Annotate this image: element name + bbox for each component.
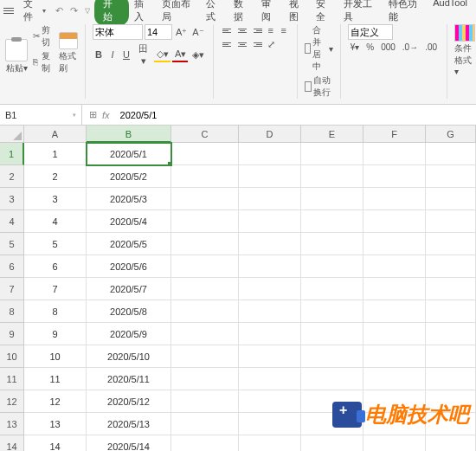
cell[interactable] <box>239 300 301 323</box>
border-button[interactable]: 田▾ <box>134 42 152 68</box>
auto-wrap-button[interactable]: 自动换行 <box>305 74 333 99</box>
cell[interactable] <box>239 143 301 165</box>
cell[interactable]: 2020/5/5 <box>87 233 171 255</box>
row-header[interactable]: 7 <box>0 278 24 300</box>
bold-button[interactable]: B <box>93 48 105 61</box>
cell[interactable] <box>301 300 363 323</box>
decrease-font-icon[interactable]: A⁻ <box>190 27 205 38</box>
row-header[interactable]: 5 <box>0 233 24 255</box>
select-all-corner[interactable] <box>0 126 24 143</box>
name-box[interactable]: B1 <box>0 105 82 125</box>
number-format-select[interactable] <box>348 24 393 40</box>
cell[interactable]: 12 <box>24 390 87 413</box>
cell[interactable]: 9 <box>24 323 87 345</box>
cell[interactable]: 13 <box>24 413 87 435</box>
menu-tab-5[interactable]: 审阅 <box>256 0 284 26</box>
font-name-select[interactable] <box>93 24 143 40</box>
cell[interactable] <box>301 143 363 165</box>
row-header[interactable]: 12 <box>0 390 24 413</box>
undo-icon[interactable]: ↶ <box>53 5 66 16</box>
cell[interactable]: 2020/5/2 <box>87 165 171 188</box>
decrease-decimal-icon[interactable]: .00 <box>422 42 440 53</box>
cell[interactable] <box>239 323 301 345</box>
cell[interactable] <box>363 390 426 413</box>
cell[interactable] <box>363 413 426 435</box>
cell[interactable]: 2020/5/10 <box>87 345 171 368</box>
cell[interactable] <box>426 323 476 345</box>
col-header[interactable]: G <box>426 126 476 143</box>
clear-format-button[interactable]: ◈▾ <box>190 48 206 61</box>
row-header[interactable]: 3 <box>0 188 24 210</box>
cell[interactable] <box>239 345 301 368</box>
comma-button[interactable]: 000 <box>378 42 398 53</box>
menu-tab-10[interactable]: AudTool <box>428 0 473 26</box>
hamburger-icon[interactable] <box>3 4 15 16</box>
cell[interactable]: 2020/5/11 <box>87 368 171 390</box>
row-header[interactable]: 11 <box>0 368 24 390</box>
cell[interactable] <box>301 435 363 451</box>
cell[interactable] <box>363 188 426 210</box>
cell[interactable]: 5 <box>24 233 87 255</box>
col-header[interactable]: E <box>301 126 363 143</box>
cell[interactable] <box>363 210 426 233</box>
cell[interactable] <box>301 413 363 435</box>
cell[interactable] <box>426 210 476 233</box>
cell[interactable]: 2020/5/3 <box>87 188 171 210</box>
cell[interactable] <box>239 188 301 210</box>
cell[interactable] <box>301 345 363 368</box>
align-bottom-icon[interactable] <box>250 24 264 36</box>
fill-color-button[interactable]: ◇▾ <box>154 48 170 62</box>
cell[interactable]: 2020/5/13 <box>87 413 171 435</box>
cell[interactable] <box>363 300 426 323</box>
menu-tab-7[interactable]: 安全 <box>311 0 338 26</box>
cell[interactable]: 2020/5/8 <box>87 300 171 323</box>
row-header[interactable]: 13 <box>0 413 24 435</box>
cell[interactable] <box>363 278 426 300</box>
col-header[interactable]: A <box>24 126 87 143</box>
col-header[interactable]: B <box>87 126 171 143</box>
cell[interactable] <box>426 300 476 323</box>
cell[interactable] <box>239 278 301 300</box>
cell-grid[interactable]: 12020/5/122020/5/232020/5/342020/5/45202… <box>24 143 476 451</box>
orientation-icon[interactable]: ⤢ <box>265 38 278 51</box>
format-painter-icon[interactable] <box>59 32 78 49</box>
cell[interactable] <box>171 368 239 390</box>
cell[interactable]: 6 <box>24 255 87 278</box>
menu-tab-0[interactable]: 开始 <box>94 0 129 26</box>
cell[interactable] <box>301 368 363 390</box>
cell[interactable] <box>239 368 301 390</box>
fx-dropdown-icon[interactable]: ⊞ <box>89 109 97 120</box>
currency-button[interactable]: ¥▾ <box>348 42 363 53</box>
cell[interactable]: 10 <box>24 345 87 368</box>
row-header[interactable]: 8 <box>0 300 24 323</box>
cell[interactable] <box>171 323 239 345</box>
cut-button[interactable]: 剪切 <box>33 24 54 48</box>
redo-icon[interactable]: ↷ <box>68 5 80 16</box>
menu-tab-1[interactable]: 插入 <box>129 0 157 26</box>
cell[interactable] <box>301 188 363 210</box>
qat-dropdown-icon[interactable]: ▽ <box>82 7 93 15</box>
cell[interactable] <box>301 255 363 278</box>
cell[interactable]: 3 <box>24 188 87 210</box>
cell[interactable] <box>301 165 363 188</box>
cell[interactable] <box>239 255 301 278</box>
cell[interactable] <box>171 413 239 435</box>
fx-icon[interactable]: fx <box>102 110 110 120</box>
cell[interactable] <box>363 368 426 390</box>
cell[interactable]: 2020/5/1 <box>87 143 171 165</box>
cell[interactable] <box>426 390 476 413</box>
increase-decimal-icon[interactable]: .0→ <box>400 42 421 53</box>
indent-increase-icon[interactable]: ≡ <box>278 24 290 36</box>
row-header[interactable]: 9 <box>0 323 24 345</box>
cell[interactable] <box>363 165 426 188</box>
cell[interactable]: 2 <box>24 165 87 188</box>
row-header[interactable]: 14 <box>0 435 24 451</box>
merge-center-button[interactable]: 合并居中▾ <box>305 24 333 73</box>
menu-tab-3[interactable]: 公式 <box>201 0 228 26</box>
cell[interactable] <box>171 435 239 451</box>
italic-button[interactable]: I <box>106 48 119 61</box>
cell[interactable] <box>239 413 301 435</box>
cell[interactable] <box>426 165 476 188</box>
cell[interactable] <box>363 345 426 368</box>
cell[interactable]: 2020/5/4 <box>87 210 171 233</box>
